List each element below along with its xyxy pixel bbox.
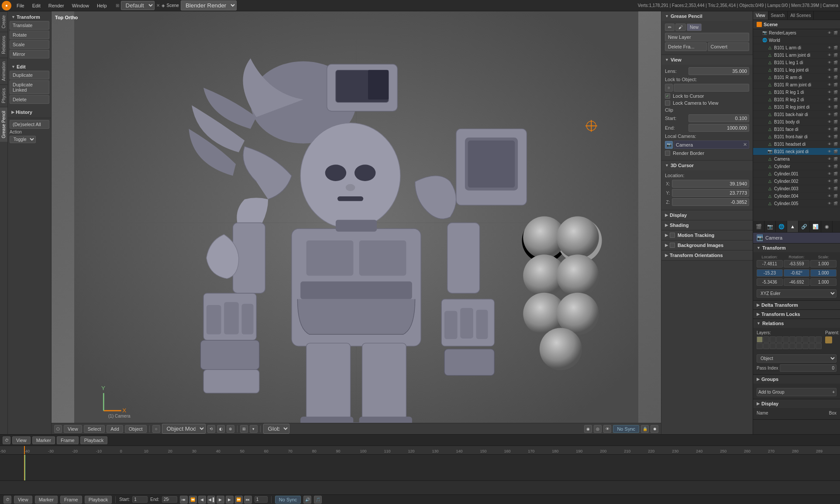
pivot-selector[interactable]: Global [263, 424, 289, 434]
menu-file[interactable]: File [13, 2, 28, 9]
cursor-y-val[interactable]: 23.7773 [672, 189, 749, 197]
outliner-item-world[interactable]: 🌐 World [753, 37, 840, 44]
outliner-item-14[interactable]: △ Camera 👁 🎬 [753, 155, 840, 163]
play-btn[interactable]: ▶ [217, 496, 224, 504]
layer-18[interactable] [809, 343, 815, 349]
layer-12[interactable] [770, 343, 776, 349]
action-selector[interactable]: Toggle [10, 136, 36, 143]
layer-16[interactable] [796, 343, 802, 349]
layer-10[interactable] [757, 343, 763, 349]
scl-x[interactable]: 1.000 [810, 260, 837, 267]
outliner-item-camera[interactable]: 📷 B101 neck joint di 👁 🎬 [753, 148, 840, 155]
lock-object-field[interactable] [674, 84, 749, 92]
cursor-x-val[interactable]: 39.1940 [672, 180, 749, 188]
start-value[interactable]: 0.100 [689, 114, 749, 122]
cursor-3d-header[interactable]: ▼ 3D Cursor [661, 161, 753, 170]
outliner-item-10[interactable]: △ B101 body di 👁 🎬 [753, 118, 840, 126]
rot-y[interactable]: -0.62° [784, 269, 810, 277]
delete-btn[interactable]: Delete [10, 95, 49, 104]
footer-playback-btn[interactable]: Playback [85, 496, 112, 504]
pivot-point[interactable]: ⊕ [227, 425, 234, 433]
outliner-item-17[interactable]: △ Cylinder.002 👁 🎬 [753, 178, 840, 185]
rot-z[interactable]: -46.692 [784, 278, 810, 286]
layer-7[interactable] [802, 336, 809, 343]
tab-constraints[interactable]: 🔗 [799, 221, 810, 232]
parent-type-selector[interactable]: Object [757, 354, 837, 363]
shading-header[interactable]: ▶ Shading [661, 220, 753, 230]
tab-all-scenes[interactable]: All Scenes [788, 11, 814, 20]
object-btn[interactable]: Object [125, 425, 147, 433]
skip-start-btn[interactable]: ⏮ [180, 496, 188, 504]
tab-world[interactable]: 🌐 [776, 221, 787, 232]
footer-view-btn[interactable]: View [14, 496, 32, 504]
lock-obj-icon[interactable]: ○ [665, 84, 673, 92]
view-menu-btn[interactable]: View [64, 425, 82, 433]
outliner-item-16[interactable]: △ Cylinder.001 👁 🎬 [753, 170, 840, 178]
next-frame-btn[interactable]: ⏩ [235, 496, 243, 504]
delete-frame-btn[interactable]: Delete Fra... [665, 42, 707, 51]
convert-btn[interactable]: Convert [708, 42, 750, 51]
layers-grid[interactable] [757, 336, 822, 349]
snap-options[interactable]: ▾ [250, 425, 258, 433]
engine-selector[interactable]: Blender Render [181, 0, 237, 10]
timeline-playback-btn[interactable]: Playback [80, 436, 108, 444]
viewport-shading[interactable]: ◐ [217, 425, 225, 433]
outliner-item-9[interactable]: △ B101 back-hair di 👁 🎬 [753, 111, 840, 118]
select-btn[interactable]: Select [84, 425, 105, 433]
timeline-icon[interactable]: ⏱ [3, 436, 10, 444]
mirror-btn[interactable]: Mirror [10, 50, 49, 58]
viewport[interactable]: Top Ortho [52, 11, 661, 434]
deselect-all-btn[interactable]: (De)select All [10, 120, 49, 129]
duplicate-linked-btn[interactable]: Duplicate Linked [10, 80, 49, 94]
prev-frame-btn[interactable]: ⏪ [189, 496, 197, 504]
lock-icon[interactable]: 🔒 [641, 425, 649, 433]
gp-paint-btn[interactable]: 🖌 [675, 24, 686, 31]
rot-x[interactable]: -63.559 [784, 260, 810, 267]
snap-btn[interactable]: ⊞ [240, 425, 248, 433]
record-btn[interactable]: ⏺ [651, 425, 658, 433]
mode-icon[interactable]: ○ [152, 425, 160, 433]
layer-5[interactable] [789, 336, 795, 343]
lock-camera-checkbox[interactable] [665, 100, 670, 106]
prev-keyframe-btn[interactable]: ◀ [198, 496, 206, 504]
render-border-checkbox[interactable] [665, 151, 670, 156]
mt-checkbox[interactable] [670, 233, 675, 238]
proportional-edit[interactable]: ◎ [594, 425, 602, 433]
rl-render[interactable]: 🎬 [833, 30, 838, 35]
menu-help[interactable]: Help [93, 2, 110, 9]
layer-13[interactable] [776, 343, 782, 349]
tab-material[interactable]: ◉ [821, 221, 833, 232]
pass-index-value[interactable]: 0 [780, 364, 837, 372]
grease-pencil-header[interactable]: ▼ Grease Pencil [661, 11, 753, 21]
outliner-item-6[interactable]: △ B101 R leg 1 di 👁 🎬 [753, 89, 840, 96]
end-value[interactable]: 1000.000 [689, 124, 749, 132]
tab-render[interactable]: 🎬 [753, 221, 764, 232]
global-manipulator[interactable]: ⟲ [207, 425, 215, 433]
outliner-item-renderlayers[interactable]: 📷 RenderLayers 👁 🎬 [753, 29, 840, 37]
lens-value[interactable]: 35.000 [689, 67, 749, 75]
transform-locks-header[interactable]: ▶ Transform Locks [753, 310, 840, 319]
loc-x[interactable]: -7.4811 [757, 260, 783, 267]
layer-14[interactable] [783, 343, 789, 349]
groups-header[interactable]: ▶ Groups [753, 375, 840, 384]
rotation-mode-selector[interactable]: XYZ Euler [757, 289, 837, 298]
layer-19[interactable] [816, 343, 822, 349]
loc-z[interactable]: -5.3436 [757, 278, 783, 286]
layer-8[interactable] [809, 336, 815, 343]
layer-6[interactable] [796, 336, 802, 343]
sync-btn[interactable]: No Sync [613, 425, 639, 433]
outliner-item-8[interactable]: △ B101 R leg joint di 👁 🎬 [753, 103, 840, 111]
outliner-item-13[interactable]: △ B101 headset di 👁 🎬 [753, 141, 840, 148]
outliner-item-19[interactable]: △ Cylinder.004 👁 🎬 [753, 192, 840, 200]
tab-animation[interactable]: Animation [0, 58, 7, 84]
layer-15[interactable] [789, 343, 795, 349]
outliner-item-0[interactable]: △ B101 L arm di 👁 🎬 [753, 44, 840, 51]
viewport-overlay[interactable]: ◉ [584, 425, 592, 433]
current-frame-input[interactable] [255, 496, 268, 503]
scl-y[interactable]: 1.000 [810, 269, 837, 277]
outliner-item-2[interactable]: △ B101 L leg 1 di 👁 🎬 [753, 59, 840, 66]
gp-new-btn[interactable]: New [687, 24, 702, 31]
tab-grease-pencil[interactable]: Grease Pencil [0, 107, 7, 142]
layer-11[interactable] [763, 343, 769, 349]
next-keyframe-btn[interactable]: ▶ [226, 496, 234, 504]
